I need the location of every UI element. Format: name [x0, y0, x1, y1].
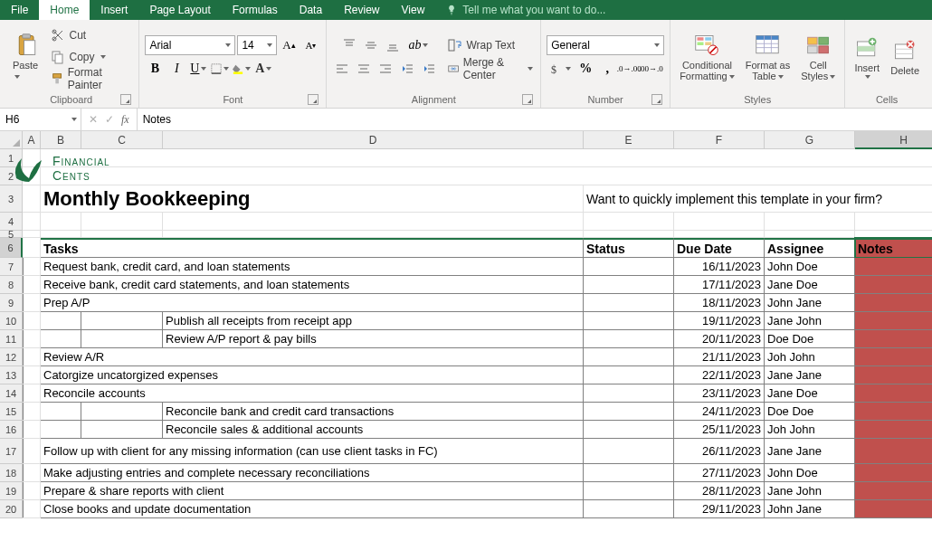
- col-header-G[interactable]: G: [765, 131, 855, 149]
- tab-formulas[interactable]: Formulas: [222, 0, 289, 20]
- task-cell[interactable]: Reconcile sales & additional accounts: [163, 421, 584, 439]
- col-header-F[interactable]: F: [674, 131, 765, 149]
- name-box[interactable]: H6: [0, 109, 81, 130]
- row-header-9[interactable]: 9: [0, 294, 23, 312]
- row-header-11[interactable]: 11: [0, 330, 23, 348]
- number-dialog-launcher[interactable]: [651, 94, 662, 105]
- cell[interactable]: [765, 231, 855, 238]
- row-header-8[interactable]: 8: [0, 276, 23, 294]
- cell[interactable]: [81, 403, 163, 421]
- row-header-10[interactable]: 10: [0, 312, 23, 330]
- wrap-text-button[interactable]: Wrap Text: [446, 35, 517, 55]
- cell[interactable]: [584, 231, 674, 238]
- notes-cell[interactable]: [855, 439, 932, 464]
- row-header-16[interactable]: 16: [0, 421, 23, 439]
- cell[interactable]: [855, 213, 932, 231]
- tab-home[interactable]: Home: [39, 0, 90, 20]
- row-header-15[interactable]: 15: [0, 403, 23, 421]
- task-cell[interactable]: Follow up with client for any missing in…: [41, 439, 584, 464]
- cell[interactable]: [81, 231, 163, 238]
- cell-styles-button[interactable]: Cell Styles: [797, 31, 839, 83]
- notes-cell[interactable]: [855, 312, 932, 330]
- cell[interactable]: [23, 231, 41, 238]
- grid[interactable]: 1FinancialCents23Monthly BookkeepingWant…: [0, 149, 932, 518]
- status-cell[interactable]: [584, 464, 674, 482]
- notes-cell[interactable]: [855, 403, 932, 421]
- assignee-cell[interactable]: John Doe: [765, 464, 855, 482]
- orientation-button[interactable]: ab: [404, 35, 432, 55]
- assignee-cell[interactable]: Jane Jane: [765, 366, 855, 384]
- status-cell[interactable]: [584, 482, 674, 500]
- task-cell[interactable]: Prep A/P: [41, 294, 584, 312]
- select-all-corner[interactable]: [0, 131, 23, 149]
- due-cell[interactable]: 19/11/2023: [674, 312, 765, 330]
- font-color-button[interactable]: A: [253, 59, 273, 79]
- tell-me-search[interactable]: Tell me what you want to do...: [446, 0, 605, 20]
- notes-cell[interactable]: [855, 421, 932, 439]
- row-header-20[interactable]: 20: [0, 500, 23, 518]
- status-cell[interactable]: [584, 276, 674, 294]
- status-cell[interactable]: [584, 384, 674, 403]
- task-cell[interactable]: Receive bank, credit card statements, an…: [41, 276, 584, 294]
- assignee-cell[interactable]: Doe Doe: [765, 403, 855, 421]
- bold-button[interactable]: B: [145, 59, 165, 79]
- status-cell[interactable]: [584, 312, 674, 330]
- notes-cell[interactable]: [855, 500, 932, 518]
- cell[interactable]: [23, 421, 41, 439]
- cell[interactable]: [855, 231, 932, 238]
- insert-function-button[interactable]: fx: [121, 113, 129, 127]
- task-cell[interactable]: Review A/R: [41, 348, 584, 366]
- row-header-19[interactable]: 19: [0, 482, 23, 500]
- copy-button[interactable]: Copy: [49, 47, 107, 67]
- status-cell[interactable]: [584, 403, 674, 421]
- underline-button[interactable]: U: [188, 59, 208, 79]
- status-cell[interactable]: [584, 366, 674, 384]
- due-cell[interactable]: 29/11/2023: [674, 500, 765, 518]
- align-middle-button[interactable]: [361, 35, 381, 55]
- row-header-3[interactable]: 3: [0, 185, 23, 213]
- assignee-cell[interactable]: Doe Doe: [765, 330, 855, 348]
- notes-cell[interactable]: [855, 464, 932, 482]
- increase-decimal-button[interactable]: .0→.00: [619, 59, 639, 79]
- task-cell[interactable]: Reconcile accounts: [41, 384, 584, 403]
- clipboard-dialog-launcher[interactable]: [120, 94, 131, 105]
- cell[interactable]: [41, 312, 81, 330]
- assignee-cell[interactable]: Jane Doe: [765, 276, 855, 294]
- decrease-decimal-button[interactable]: .00→.0: [641, 59, 661, 79]
- cell[interactable]: [23, 384, 41, 403]
- notes-cell[interactable]: [855, 330, 932, 348]
- font-size-selector[interactable]: 14: [237, 35, 277, 55]
- notes-cell[interactable]: [855, 258, 932, 276]
- assignee-cell[interactable]: Joh John: [765, 348, 855, 366]
- cell[interactable]: [41, 330, 81, 348]
- due-cell[interactable]: 17/11/2023: [674, 276, 765, 294]
- due-cell[interactable]: 18/11/2023: [674, 294, 765, 312]
- status-cell[interactable]: [584, 348, 674, 366]
- notes-cell[interactable]: [855, 482, 932, 500]
- assignee-cell[interactable]: John Doe: [765, 258, 855, 276]
- delete-cells-button[interactable]: Delete: [887, 36, 923, 78]
- insert-cells-button[interactable]: Insert: [851, 33, 883, 81]
- due-cell[interactable]: 24/11/2023: [674, 403, 765, 421]
- tab-view[interactable]: View: [391, 0, 436, 20]
- font-dialog-launcher[interactable]: [308, 94, 319, 105]
- tab-review[interactable]: Review: [333, 0, 390, 20]
- paste-button[interactable]: Paste: [9, 31, 45, 83]
- cell[interactable]: [41, 213, 81, 231]
- due-cell[interactable]: 28/11/2023: [674, 482, 765, 500]
- notes-cell[interactable]: [855, 276, 932, 294]
- task-cell[interactable]: Publish all receipts from receipt app: [163, 312, 584, 330]
- status-cell[interactable]: [584, 294, 674, 312]
- row-header-5[interactable]: 5: [0, 231, 23, 238]
- cell[interactable]: [81, 330, 163, 348]
- align-bottom-button[interactable]: [383, 35, 403, 55]
- cell[interactable]: [23, 366, 41, 384]
- cell[interactable]: [23, 238, 41, 258]
- col-header-E[interactable]: E: [584, 131, 674, 149]
- align-top-button[interactable]: [339, 35, 359, 55]
- cell[interactable]: [23, 312, 41, 330]
- increase-indent-button[interactable]: [419, 59, 439, 79]
- assignee-cell[interactable]: Jane John: [765, 312, 855, 330]
- col-header-H[interactable]: H: [855, 131, 932, 149]
- task-cell[interactable]: Review A/P report & pay bills: [163, 330, 584, 348]
